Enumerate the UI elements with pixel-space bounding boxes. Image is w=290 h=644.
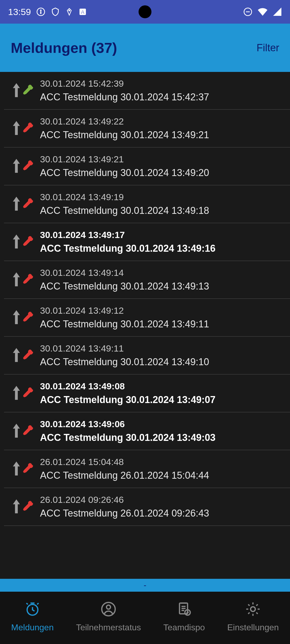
wrench-icon <box>22 499 34 514</box>
item-timestamp: 30.01.2024 13:49:11 <box>40 343 209 354</box>
item-title: ACC Testmeldung 30.01.2024 13:49:03 <box>40 432 216 443</box>
nav-icon <box>245 601 261 619</box>
nav-item-einstellungen[interactable]: Einstellungen <box>227 601 279 632</box>
item-timestamp: 30.01.2024 13:49:12 <box>40 305 209 316</box>
list-item[interactable]: 30.01.2024 13:49:21 ACC Testmeldung 30.0… <box>4 148 290 185</box>
nav-label: Teilnehmerstatus <box>76 623 141 632</box>
arrow-up-icon <box>12 386 21 401</box>
item-icons <box>12 348 34 363</box>
list-item[interactable]: 30.01.2024 13:49:11 ACC Testmeldung 30.0… <box>4 337 290 375</box>
status-time: 13:59 <box>8 7 31 17</box>
svg-text:A: A <box>81 9 85 15</box>
item-timestamp: 26.01.2024 15:04:48 <box>40 457 209 467</box>
item-title: ACC Testmeldung 30.01.2024 13:49:18 <box>40 205 209 216</box>
item-icons <box>12 310 34 325</box>
item-timestamp: 30.01.2024 13:49:22 <box>40 116 209 127</box>
arrow-up-icon <box>12 83 21 98</box>
list-item[interactable]: 30.01.2024 13:49:14 ACC Testmeldung 30.0… <box>4 261 290 299</box>
item-texts: 30.01.2024 13:49:14 ACC Testmeldung 30.0… <box>40 268 209 292</box>
item-title: ACC Testmeldung 30.01.2024 13:49:10 <box>40 356 209 368</box>
item-texts: 30.01.2024 13:49:11 ACC Testmeldung 30.0… <box>40 343 209 368</box>
arrow-up-icon <box>12 462 21 477</box>
info-icon <box>36 7 45 16</box>
wrench-icon <box>22 83 34 98</box>
list-item[interactable]: 30.01.2024 13:49:08 ACC Testmeldung 30.0… <box>4 375 290 412</box>
svg-point-10 <box>107 605 111 609</box>
list-item[interactable]: 30.01.2024 15:42:39 ACC Testmeldung 30.0… <box>4 72 290 110</box>
nav-icon <box>24 601 41 619</box>
app-header: Meldungen (37) Filter <box>0 24 290 72</box>
nav-item-teamdispo[interactable]: Teamdispo <box>163 601 205 632</box>
list-item[interactable]: 30.01.2024 13:49:17 ACC Testmeldung 30.0… <box>4 223 290 261</box>
item-icons <box>12 272 34 287</box>
bottom-nav: Meldungen Teilnehmerstatus Teamdispo Ein… <box>0 592 290 644</box>
item-icons <box>12 159 34 174</box>
nav-label: Teamdispo <box>163 623 205 632</box>
arrow-up-icon <box>12 121 21 136</box>
item-timestamp: 30.01.2024 15:42:39 <box>40 78 209 89</box>
item-timestamp: 30.01.2024 13:49:17 <box>40 230 216 240</box>
nav-icon <box>100 601 117 619</box>
list-item[interactable]: 30.01.2024 13:49:06 ACC Testmeldung 30.0… <box>4 412 290 450</box>
item-texts: 30.01.2024 13:49:17 ACC Testmeldung 30.0… <box>40 230 216 254</box>
page-title: Meldungen (37) <box>11 39 117 56</box>
nav-label: Einstellungen <box>227 623 279 632</box>
dnd-icon <box>243 7 252 16</box>
item-timestamp: 30.01.2024 13:49:14 <box>40 268 209 278</box>
item-texts: 30.01.2024 13:49:12 ACC Testmeldung 30.0… <box>40 305 209 330</box>
wrench-icon <box>22 310 34 325</box>
wrench-icon <box>22 197 34 212</box>
arrow-up-icon <box>12 159 21 174</box>
item-texts: 30.01.2024 13:49:06 ACC Testmeldung 30.0… <box>40 419 216 443</box>
list-item[interactable]: 26.01.2024 09:26:46 ACC Testmeldung 26.0… <box>4 488 290 526</box>
item-title: ACC Testmeldung 30.01.2024 13:49:20 <box>40 167 209 178</box>
svg-point-3 <box>69 10 70 11</box>
item-texts: 26.01.2024 09:26:46 ACC Testmeldung 26.0… <box>40 495 209 519</box>
arrow-up-icon <box>12 235 21 250</box>
arrow-up-icon <box>12 424 21 439</box>
messages-list[interactable]: 30.01.2024 15:42:39 ACC Testmeldung 30.0… <box>0 72 290 566</box>
nav-item-meldungen[interactable]: Meldungen <box>11 601 54 632</box>
svg-point-13 <box>251 607 256 612</box>
item-title: ACC Testmeldung 30.01.2024 13:49:07 <box>40 394 216 405</box>
list-item[interactable]: 30.01.2024 13:49:12 ACC Testmeldung 30.0… <box>4 299 290 337</box>
wifi-icon <box>257 7 268 16</box>
list-item[interactable]: 26.01.2024 15:04:48 ACC Testmeldung 26.0… <box>4 450 290 488</box>
item-texts: 30.01.2024 13:49:19 ACC Testmeldung 30.0… <box>40 192 209 216</box>
status-bar: 13:59 A <box>0 0 290 24</box>
svg-point-1 <box>40 10 41 11</box>
item-title: ACC Testmeldung 30.01.2024 13:49:21 <box>40 129 209 141</box>
item-title: ACC Testmeldung 30.01.2024 13:49:11 <box>40 319 209 330</box>
item-title: ACC Testmeldung 30.01.2024 13:49:16 <box>40 243 216 254</box>
item-timestamp: 30.01.2024 13:49:19 <box>40 192 209 202</box>
item-icons <box>12 235 34 250</box>
wrench-icon <box>22 235 34 250</box>
arrow-up-icon <box>12 499 21 514</box>
item-texts: 26.01.2024 15:04:48 ACC Testmeldung 26.0… <box>40 457 209 481</box>
arrow-up-icon <box>12 348 21 363</box>
filter-button[interactable]: Filter <box>257 42 279 54</box>
item-icons <box>12 424 34 439</box>
nav-item-teilnehmerstatus[interactable]: Teilnehmerstatus <box>76 601 141 632</box>
item-timestamp: 30.01.2024 13:49:06 <box>40 419 216 429</box>
wrench-icon <box>22 462 34 477</box>
list-item[interactable]: 30.01.2024 13:49:19 ACC Testmeldung 30.0… <box>4 185 290 223</box>
arrow-up-icon <box>12 310 21 325</box>
item-texts: 30.01.2024 13:49:08 ACC Testmeldung 30.0… <box>40 381 216 405</box>
wrench-icon <box>22 348 34 363</box>
svg-rect-2 <box>41 12 41 14</box>
item-timestamp: 30.01.2024 13:49:08 <box>40 381 216 391</box>
wrench-icon <box>22 159 34 174</box>
item-icons <box>12 499 34 514</box>
wrench-icon <box>22 121 34 136</box>
item-timestamp: 26.01.2024 09:26:46 <box>40 495 209 505</box>
item-title: ACC Testmeldung 30.01.2024 13:49:13 <box>40 281 209 292</box>
wrench-icon <box>22 272 34 287</box>
item-texts: 30.01.2024 15:42:39 ACC Testmeldung 30.0… <box>40 78 209 103</box>
item-texts: 30.01.2024 13:49:21 ACC Testmeldung 30.0… <box>40 154 209 178</box>
list-item[interactable]: 30.01.2024 13:49:22 ACC Testmeldung 30.0… <box>4 110 290 148</box>
item-title: ACC Testmeldung 30.01.2024 15:42:37 <box>40 92 209 103</box>
arrow-up-icon <box>12 197 21 212</box>
nav-label: Meldungen <box>11 623 54 632</box>
item-timestamp: 30.01.2024 13:49:21 <box>40 154 209 164</box>
